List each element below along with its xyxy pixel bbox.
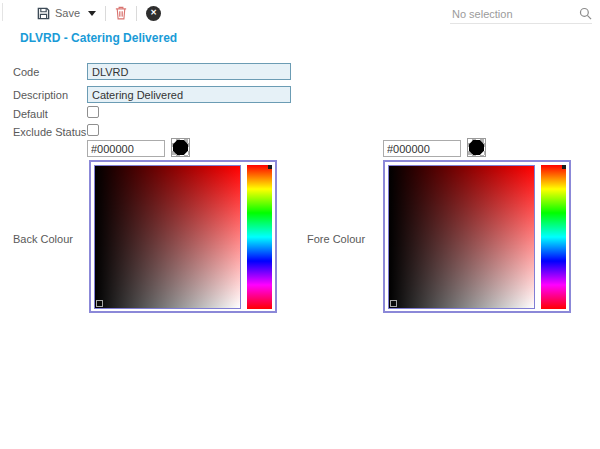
fore-colour-picker	[383, 160, 571, 313]
saturation-value-gradient[interactable]	[94, 165, 241, 309]
toolbar-left-divider	[2, 3, 3, 21]
search-icon[interactable]	[579, 7, 592, 20]
save-button[interactable]: Save	[37, 7, 80, 20]
back-colour-hex-input[interactable]	[87, 140, 165, 157]
toolbar-divider	[105, 6, 106, 21]
description-input[interactable]	[87, 86, 291, 103]
sv-cursor[interactable]	[390, 300, 397, 307]
back-colour-picker	[89, 160, 277, 313]
toolbar-divider	[136, 6, 137, 21]
back-colour-swatch-button[interactable]	[171, 138, 190, 157]
fore-colour-label: Fore Colour	[307, 233, 365, 245]
exclude-status-label: Exclude Status	[13, 126, 86, 138]
toolbar: Save ✕	[0, 0, 600, 26]
hue-strip[interactable]	[541, 165, 566, 309]
sv-cursor[interactable]	[96, 300, 103, 307]
fore-colour-hex-input[interactable]	[383, 140, 461, 157]
selected-color-preview	[469, 140, 484, 155]
delete-button[interactable]	[115, 6, 127, 20]
record-search	[450, 4, 592, 24]
save-dropdown-button[interactable]	[88, 11, 96, 16]
saturation-value-gradient[interactable]	[388, 165, 535, 309]
selected-color-preview	[173, 140, 188, 155]
default-label: Default	[13, 108, 48, 120]
search-input[interactable]	[450, 8, 579, 20]
code-label: Code	[13, 66, 39, 78]
floppy-disk-icon	[37, 7, 50, 20]
caret-down-icon	[88, 11, 96, 16]
save-button-label: Save	[55, 7, 80, 19]
fore-colour-swatch-button[interactable]	[467, 138, 486, 157]
code-input[interactable]	[87, 63, 291, 80]
app-window: Save ✕	[0, 0, 600, 449]
trash-icon	[115, 6, 127, 20]
hue-cursor[interactable]	[268, 165, 272, 169]
description-label: Description	[13, 89, 68, 101]
hue-strip[interactable]	[247, 165, 272, 309]
default-checkbox[interactable]	[87, 106, 99, 118]
back-colour-label: Back Colour	[13, 233, 73, 245]
page-title: DLVRD - Catering Delivered	[20, 31, 177, 45]
circle-x-icon: ✕	[150, 9, 157, 17]
close-button[interactable]: ✕	[146, 6, 161, 21]
exclude-status-checkbox[interactable]	[87, 124, 99, 136]
hue-cursor[interactable]	[562, 165, 566, 169]
